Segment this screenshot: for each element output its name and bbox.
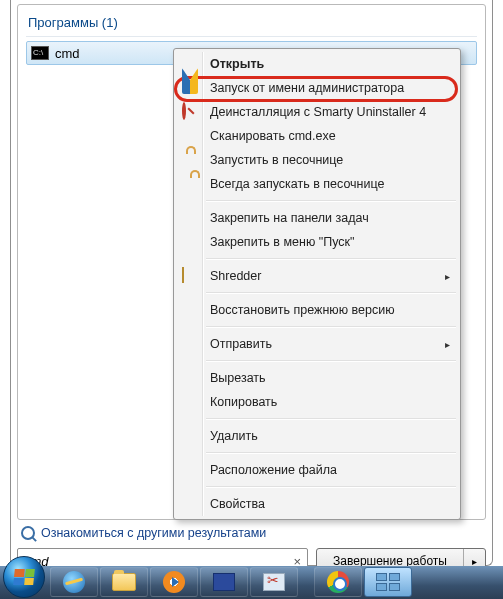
separator bbox=[206, 200, 456, 202]
taskbar-snipping[interactable] bbox=[250, 567, 298, 597]
menu-open-location-label: Расположение файла bbox=[210, 463, 337, 477]
search-icon bbox=[21, 526, 35, 540]
uninstall-icon bbox=[182, 104, 198, 120]
menu-shredder[interactable]: Shredder ▸ bbox=[176, 264, 458, 288]
taskbar-explorer[interactable] bbox=[100, 567, 148, 597]
menu-always-sandbox[interactable]: Всегда запускать в песочнице bbox=[176, 172, 458, 196]
separator bbox=[206, 258, 456, 260]
menu-delete[interactable]: Удалить bbox=[176, 424, 458, 448]
context-menu: Открыть Запуск от имени администратора Д… bbox=[173, 48, 461, 520]
menu-run-as-admin[interactable]: Запуск от имени администратора bbox=[176, 76, 458, 100]
taskbar-chrome[interactable] bbox=[314, 567, 362, 597]
taskbar-media-player[interactable] bbox=[150, 567, 198, 597]
menu-open[interactable]: Открыть bbox=[176, 52, 458, 76]
taskbar-ie[interactable] bbox=[50, 567, 98, 597]
menu-scan-label: Сканировать cmd.exe bbox=[210, 129, 336, 143]
menu-uninstall-label: Деинсталляция с Smarty Uninstaller 4 bbox=[210, 105, 426, 119]
menu-delete-label: Удалить bbox=[210, 429, 258, 443]
menu-run-as-admin-label: Запуск от имени администратора bbox=[210, 81, 404, 95]
results-header: Программы (1) bbox=[26, 13, 477, 37]
scissors-icon bbox=[263, 573, 285, 591]
separator bbox=[206, 292, 456, 294]
menu-copy-label: Копировать bbox=[210, 395, 277, 409]
chrome-icon bbox=[327, 571, 349, 593]
taskbar bbox=[0, 566, 503, 599]
cmd-icon: C:\ bbox=[31, 46, 49, 60]
header-label: Программы bbox=[28, 15, 98, 30]
menu-restore-label: Восстановить прежнюю версию bbox=[210, 303, 395, 317]
menu-restore-previous[interactable]: Восстановить прежнюю версию bbox=[176, 298, 458, 322]
ie-icon bbox=[63, 571, 85, 593]
menu-open-label: Открыть bbox=[210, 57, 264, 71]
menu-properties[interactable]: Свойства bbox=[176, 492, 458, 516]
menu-open-location[interactable]: Расположение файла bbox=[176, 458, 458, 482]
result-label: cmd bbox=[55, 46, 80, 61]
start-button[interactable] bbox=[3, 556, 45, 598]
menu-cut-label: Вырезать bbox=[210, 371, 266, 385]
lock-closed-icon bbox=[182, 152, 198, 168]
menu-pin-taskbar[interactable]: Закрепить на панели задач bbox=[176, 206, 458, 230]
start-menu: Программы (1) C:\ cmd Открыть Запуск от … bbox=[10, 0, 493, 566]
separator bbox=[206, 418, 456, 420]
menu-shredder-label: Shredder bbox=[210, 269, 261, 283]
menu-uninstall-smarty[interactable]: Деинсталляция с Smarty Uninstaller 4 bbox=[176, 100, 458, 124]
folder-icon bbox=[112, 573, 136, 591]
windows-logo-icon bbox=[13, 569, 35, 585]
menu-send-to[interactable]: Отправить ▸ bbox=[176, 332, 458, 356]
media-player-icon bbox=[163, 571, 185, 593]
menu-scan-cmd[interactable]: Сканировать cmd.exe bbox=[176, 124, 458, 148]
avast-icon bbox=[182, 128, 198, 144]
separator bbox=[206, 360, 456, 362]
header-count: (1) bbox=[102, 15, 118, 30]
menu-run-sandbox-label: Запустить в песочнице bbox=[210, 153, 343, 167]
tiles-icon bbox=[376, 573, 400, 591]
taskbar-active-window[interactable] bbox=[364, 567, 412, 597]
results-panel: Программы (1) C:\ cmd Открыть Запуск от … bbox=[17, 4, 486, 520]
menu-always-sandbox-label: Всегда запускать в песочнице bbox=[210, 177, 384, 191]
menu-run-sandbox[interactable]: Запустить в песочнице bbox=[176, 148, 458, 172]
menu-send-to-label: Отправить bbox=[210, 337, 272, 351]
submenu-arrow-icon: ▸ bbox=[445, 271, 450, 282]
menu-pin-start[interactable]: Закрепить в меню "Пуск" bbox=[176, 230, 458, 254]
total-commander-icon bbox=[213, 573, 235, 591]
see-more-label: Ознакомиться с другими результатами bbox=[41, 526, 266, 540]
shredder-icon bbox=[182, 268, 198, 284]
see-more-results[interactable]: Ознакомиться с другими результатами bbox=[17, 520, 486, 542]
taskbar-total-commander[interactable] bbox=[200, 567, 248, 597]
separator bbox=[206, 452, 456, 454]
separator bbox=[206, 326, 456, 328]
submenu-arrow-icon: ▸ bbox=[445, 339, 450, 350]
menu-pin-taskbar-label: Закрепить на панели задач bbox=[210, 211, 369, 225]
lock-open-icon bbox=[182, 176, 198, 192]
menu-pin-start-label: Закрепить в меню "Пуск" bbox=[210, 235, 354, 249]
menu-copy[interactable]: Копировать bbox=[176, 390, 458, 414]
separator bbox=[206, 486, 456, 488]
menu-cut[interactable]: Вырезать bbox=[176, 366, 458, 390]
shield-icon bbox=[182, 80, 198, 96]
menu-properties-label: Свойства bbox=[210, 497, 265, 511]
